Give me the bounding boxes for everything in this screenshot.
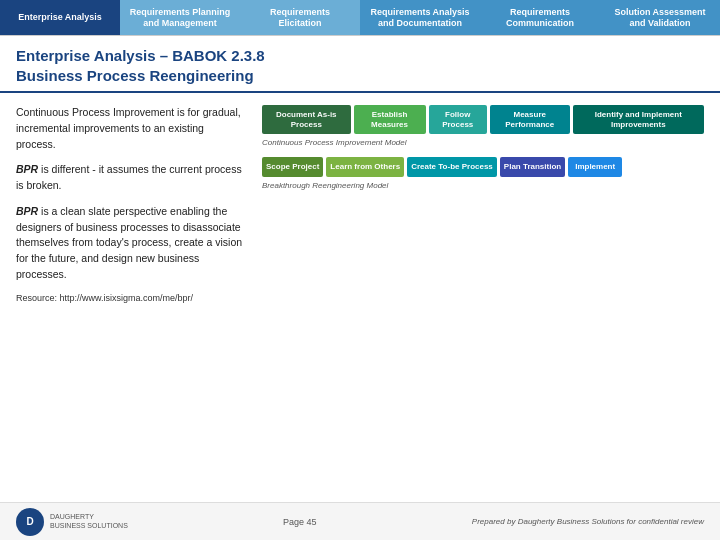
bpr-box-1: Scope Project (262, 157, 323, 177)
cpi-box-3: Follow Process (429, 105, 487, 134)
logo-icon: D (16, 508, 44, 536)
cpi-box-5: Identify and Implement Improvements (573, 105, 704, 134)
nav-requirements-elicitation[interactable]: Requirements Elicitation (240, 0, 360, 35)
footer-prepared-by: Prepared by Daugherty Business Solutions… (472, 517, 704, 526)
resource-link: Resource: http://www.isixsigma.com/me/bp… (16, 293, 246, 303)
cpi-box-4: Measure Performance (490, 105, 570, 134)
nav-requirements-analysis[interactable]: Requirements Analysis and Documentation (360, 0, 480, 35)
page-title-block: Enterprise Analysis – BABOK 2.3.8 Busine… (0, 36, 720, 93)
bpr-description-2: BPR is a clean slate perspective enablin… (16, 204, 246, 283)
bpr-description-1: BPR is different - it assumes the curren… (16, 162, 246, 194)
footer: D DAUGHERTY BUSINESS SOLUTIONS Page 45 P… (0, 502, 720, 540)
logo-name: DAUGHERTY BUSINESS SOLUTIONS (50, 513, 128, 530)
footer-logo: D DAUGHERTY BUSINESS SOLUTIONS (16, 508, 128, 536)
nav-enterprise-analysis[interactable]: Enterprise Analysis (0, 0, 120, 35)
cpi-model-label: Continuous Process Improvement Model (262, 138, 704, 147)
top-navigation: Enterprise Analysis Requirements Plannin… (0, 0, 720, 36)
bpr-model-label: Breakthrough Reengineering Model (262, 181, 704, 190)
cpi-box-2: Establish Measures (354, 105, 426, 134)
bpr-box-3: Create To-be Process (407, 157, 497, 177)
nav-solution-assessment[interactable]: Solution Assessment and Validation (600, 0, 720, 35)
bpr-box-5: Implement (568, 157, 622, 177)
main-content: Continuous Process Improvement is for gr… (0, 105, 720, 303)
nav-requirements-planning[interactable]: Requirements Planning and Management (120, 0, 240, 35)
bpr-box-2: Learn from Others (326, 157, 404, 177)
cpi-box-1: Document As-is Process (262, 105, 351, 134)
cpi-description: Continuous Process Improvement is for gr… (16, 105, 246, 152)
bpr-box-4: Plan Transition (500, 157, 565, 177)
footer-page-number: Page 45 (283, 517, 317, 527)
nav-requirements-communication[interactable]: Requirements Communication (480, 0, 600, 35)
page-title: Enterprise Analysis – BABOK 2.3.8 Busine… (16, 46, 704, 85)
bpr-process-flow: Scope Project Learn from Others Create T… (262, 157, 704, 177)
cpi-process-flow: Document As-is Process Establish Measure… (262, 105, 704, 134)
left-column: Continuous Process Improvement is for gr… (16, 105, 246, 303)
right-column: Document As-is Process Establish Measure… (262, 105, 704, 303)
